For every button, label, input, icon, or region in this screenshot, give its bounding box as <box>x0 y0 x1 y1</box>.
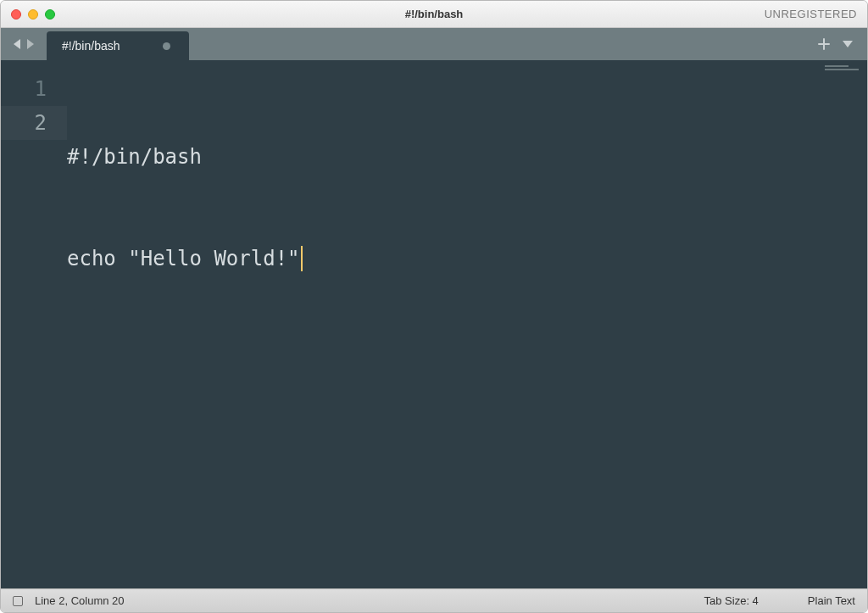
svg-marker-0 <box>14 39 20 49</box>
tab-menu-button[interactable] <box>842 40 854 48</box>
statusbar: Line 2, Column 20 Tab Size: 4 Plain Text <box>1 588 867 612</box>
line-number-gutter: 1 2 <box>1 60 67 588</box>
tab-nav-arrows <box>1 28 47 60</box>
app-window: #!/bin/bash UNREGISTERED #!/bin/bash <box>0 0 868 613</box>
tabstrip-controls <box>818 28 867 60</box>
minimap[interactable] <box>820 60 867 588</box>
text-cursor <box>301 246 303 271</box>
line-number: 2 <box>1 106 67 140</box>
maximize-window-button[interactable] <box>45 9 55 20</box>
tabstrip: #!/bin/bash <box>1 28 867 60</box>
panel-toggle-icon[interactable] <box>13 596 23 606</box>
titlebar: #!/bin/bash UNREGISTERED <box>1 1 867 28</box>
window-title: #!/bin/bash <box>1 8 867 20</box>
registration-status: UNREGISTERED <box>765 8 857 20</box>
close-window-button[interactable] <box>11 9 21 20</box>
line-number: 1 <box>1 72 67 106</box>
svg-marker-1 <box>27 39 34 49</box>
tab-label: #!/bin/bash <box>62 39 120 53</box>
code-text: echo "Hello World!" <box>67 242 300 276</box>
code-content[interactable]: #!/bin/bash echo "Hello World!" <box>67 60 820 588</box>
code-line: #!/bin/bash <box>67 140 820 174</box>
tab-size-indicator[interactable]: Tab Size: 4 <box>704 594 759 607</box>
file-tab[interactable]: #!/bin/bash <box>47 31 189 60</box>
minimize-window-button[interactable] <box>28 9 38 20</box>
editor-area: 1 2 #!/bin/bash echo "Hello World!" <box>1 60 867 588</box>
prev-tab-button[interactable] <box>13 38 23 50</box>
unsaved-changes-icon <box>163 42 170 50</box>
minimap-line <box>825 65 849 67</box>
code-line: echo "Hello World!" <box>67 242 820 276</box>
minimap-line <box>825 69 859 70</box>
code-text: #!/bin/bash <box>67 140 202 174</box>
cursor-position[interactable]: Line 2, Column 20 <box>35 594 125 607</box>
traffic-lights <box>1 9 55 20</box>
svg-marker-2 <box>843 41 853 47</box>
syntax-indicator[interactable]: Plain Text <box>808 594 855 607</box>
next-tab-button[interactable] <box>25 38 35 50</box>
new-tab-button[interactable] <box>818 38 830 50</box>
